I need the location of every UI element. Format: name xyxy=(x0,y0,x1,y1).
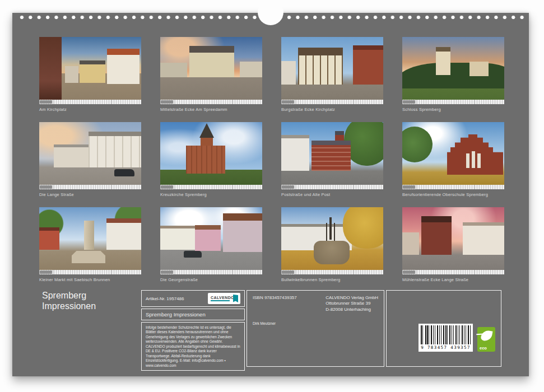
calendar-title: Spremberg Impressionen xyxy=(42,291,108,312)
month-thumbnail: Die Georgenstraße xyxy=(160,207,262,283)
calendar-back-page: Am Kirchplatz Mittelstraße Ecke Am Spree… xyxy=(12,13,529,376)
mini-calendar-strip xyxy=(281,100,383,104)
thumbnail-caption: Am Kirchplatz xyxy=(39,107,141,112)
month-thumbnail: Die Lange Straße xyxy=(39,122,141,198)
calvendo-logo-text: CALVENDO xyxy=(211,296,234,300)
month-thumbnail: Mühlenstraße Ecke Lange Straße xyxy=(402,207,504,283)
article-number: Artikel-Nr. 1957486 xyxy=(146,296,184,301)
mini-calendar-strip xyxy=(39,270,141,274)
thumbnail-caption: Berufsorientierende Oberschule Spremberg xyxy=(402,192,504,197)
calendar-title-small: Spremberg Impressionen xyxy=(146,311,206,318)
mini-calendar-strip xyxy=(160,100,262,104)
thumbnail-caption: Bullwinkelbrunnen Spremberg xyxy=(281,277,383,282)
thumbnail-caption: Kleiner Markt mit Saebisch Brunnen xyxy=(39,277,141,282)
author-name: Dirk Meutzner xyxy=(253,321,378,325)
calvendo-logo: CALVENDO xyxy=(208,293,240,304)
mini-calendar-strip xyxy=(39,185,141,189)
month-thumbnail: Am Kirchplatz xyxy=(39,37,141,113)
month-thumbnail: Burgstraße Ecke Kirchplatz xyxy=(281,37,383,113)
thumbnail-photo xyxy=(39,122,141,185)
thumbnail-photo xyxy=(281,207,383,270)
publisher-info-panel: Artikel-Nr. 1957486 CALVENDO Spremberg I… xyxy=(141,290,501,367)
title-cell: Spremberg Impressionen xyxy=(141,309,245,320)
mini-calendar-strip xyxy=(160,185,262,189)
thumbnail-caption: Poststraße und Alte Post xyxy=(281,192,383,197)
month-thumbnail: Mittelstraße Ecke Am Spreedamm xyxy=(160,37,262,113)
thumbnail-photo xyxy=(402,37,504,100)
publisher-line: Ottobrunner Straße 39 xyxy=(326,301,378,306)
thumbnail-photo xyxy=(281,122,383,185)
month-thumbnail: Bullwinkelbrunnen Spremberg xyxy=(281,207,383,283)
month-thumbnail: Berufsorientierende Oberschule Spremberg xyxy=(402,122,504,198)
thumbnail-photo xyxy=(160,37,262,100)
thumbnail-photo xyxy=(160,122,262,185)
thumbnail-photo xyxy=(402,122,504,185)
thumbnail-caption: Mittelstraße Ecke Am Spreedamm xyxy=(160,107,262,112)
thumbnail-caption: Kreuzkirche Spremberg xyxy=(160,192,262,197)
mini-calendar-strip xyxy=(402,270,504,274)
month-thumbnails-grid: Am Kirchplatz Mittelstraße Ecke Am Spree… xyxy=(39,37,504,283)
barcode: 9 783457 439357 xyxy=(419,324,473,352)
thumbnail-photo xyxy=(160,207,262,270)
info-right-column: 9 783457 439357 eco xyxy=(386,290,501,367)
thumbnail-caption: Mühlenstraße Ecke Lange Straße xyxy=(402,277,504,282)
mini-calendar-strip xyxy=(402,185,504,189)
thumbnail-photo xyxy=(39,37,141,100)
article-number-cell: Artikel-Nr. 1957486 CALVENDO xyxy=(141,290,245,307)
thumbnail-caption: Schloss Spremberg xyxy=(402,107,504,112)
month-thumbnail: Schloss Spremberg xyxy=(402,37,504,113)
hanger-hole xyxy=(258,0,283,25)
mini-calendar-strip xyxy=(402,100,504,104)
thumbnail-photo xyxy=(39,207,141,270)
publisher-address: CALVENDO Verlag GmbH Ottobrunner Straße … xyxy=(326,295,378,312)
leaf-icon xyxy=(480,329,492,342)
thumbnail-caption: Die Lange Straße xyxy=(39,192,141,197)
legal-cell: Infolge bestehender Schutzrechte ist es … xyxy=(141,322,245,371)
info-left-column: Artikel-Nr. 1957486 CALVENDO Spremberg I… xyxy=(141,290,245,367)
mini-calendar-strip xyxy=(39,100,141,104)
mini-calendar-strip xyxy=(160,270,262,274)
isbn-text: ISBN 9783457439357 xyxy=(253,295,297,300)
legal-text: Infolge bestehender Schutzrechte ist es … xyxy=(146,325,240,367)
product-photo-background: Am Kirchplatz Mittelstraße Ecke Am Spree… xyxy=(0,0,544,392)
barcode-number: 9 783457 439357 xyxy=(421,345,471,350)
mini-calendar-strip xyxy=(281,270,383,274)
barcode-bars xyxy=(421,325,471,344)
thumbnail-caption: Burgstraße Ecke Kirchplatz xyxy=(281,107,383,112)
publisher-line: D-82008 Unterhaching xyxy=(326,307,378,312)
logo-accent-bar xyxy=(211,300,230,301)
info-middle-column: ISBN 9783457439357 CALVENDO Verlag GmbH … xyxy=(247,290,384,367)
thumbnail-photo xyxy=(281,37,383,100)
mini-calendar-strip xyxy=(281,185,383,189)
calendar-flip-icon xyxy=(233,295,238,302)
thumbnail-photo xyxy=(402,207,504,270)
month-thumbnail: Kleiner Markt mit Saebisch Brunnen xyxy=(39,207,141,283)
thumbnail-caption: Die Georgenstraße xyxy=(160,277,262,282)
month-thumbnail: Poststraße und Alte Post xyxy=(281,122,383,198)
publisher-line: CALVENDO Verlag GmbH xyxy=(326,295,378,301)
eco-label: eco xyxy=(480,346,487,351)
eco-badge: eco xyxy=(477,327,495,352)
month-thumbnail: Kreuzkirche Spremberg xyxy=(160,122,262,198)
